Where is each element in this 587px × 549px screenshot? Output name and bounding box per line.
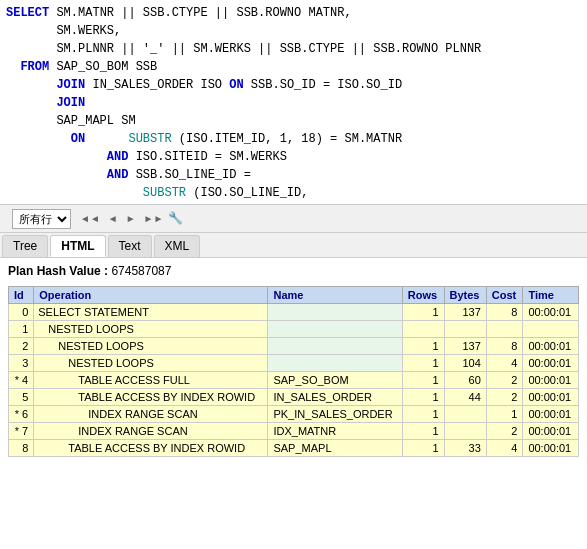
row-rows: 1 bbox=[402, 389, 444, 406]
row-id: 5 bbox=[9, 389, 34, 406]
col-bytes: Bytes bbox=[444, 287, 486, 304]
row-bytes bbox=[444, 406, 486, 423]
row-rows: 1 bbox=[402, 372, 444, 389]
sql-token: AND bbox=[107, 168, 129, 182]
sql-line: SELECT SM.MATNR || SSB.CTYPE || SSB.ROWN… bbox=[6, 4, 581, 22]
optimizer-select[interactable]: 所有行第一行 bbox=[12, 209, 71, 229]
sql-line: SAP_MAPL SM bbox=[6, 112, 581, 130]
col-rows: Rows bbox=[402, 287, 444, 304]
row-operation: NESTED LOOPS bbox=[34, 355, 268, 372]
row-operation: SELECT STATEMENT bbox=[34, 304, 268, 321]
sql-token: SUBSTR bbox=[128, 132, 171, 146]
row-time: 00:00:01 bbox=[523, 423, 579, 440]
col-operation: Operation bbox=[34, 287, 268, 304]
wrench-icon: 🔧 bbox=[168, 211, 183, 226]
row-id: * 6 bbox=[9, 406, 34, 423]
row-cost: 8 bbox=[486, 338, 523, 355]
row-name bbox=[268, 304, 402, 321]
col-name: Name bbox=[268, 287, 402, 304]
row-id: 0 bbox=[9, 304, 34, 321]
sql-line: SM.PLNNR || '_' || SM.WERKS || SSB.CTYPE… bbox=[6, 40, 581, 58]
row-cost: 4 bbox=[486, 440, 523, 457]
row-bytes: 33 bbox=[444, 440, 486, 457]
sql-token bbox=[85, 132, 128, 146]
sql-token: SAP_SO_BOM SSB bbox=[49, 60, 157, 74]
row-cost: 2 bbox=[486, 372, 523, 389]
sql-token bbox=[6, 168, 107, 182]
sql-token: SM.PLNNR || ' bbox=[6, 42, 150, 56]
tab-html[interactable]: HTML bbox=[50, 235, 105, 257]
table-row: 8TABLE ACCESS BY INDEX ROWIDSAP_MAPL1334… bbox=[9, 440, 579, 457]
row-cost: 1 bbox=[486, 406, 523, 423]
col-id: Id bbox=[9, 287, 34, 304]
sql-token: SM.MATNR || SSB.CTYPE || SSB.ROWNO MATNR… bbox=[49, 6, 351, 20]
col-cost: Cost bbox=[486, 287, 523, 304]
row-rows bbox=[402, 321, 444, 338]
row-bytes: 104 bbox=[444, 355, 486, 372]
row-time: 00:00:01 bbox=[523, 304, 579, 321]
plan-table: IdOperationNameRowsBytesCostTime 0SELECT… bbox=[8, 286, 579, 457]
nav-last[interactable]: ►► bbox=[141, 212, 167, 225]
sql-token: SELECT bbox=[6, 6, 49, 20]
plan-table-body: 0SELECT STATEMENT1137800:00:01 1NESTED L… bbox=[9, 304, 579, 457]
row-id: 8 bbox=[9, 440, 34, 457]
nav-next[interactable]: ► bbox=[123, 212, 139, 225]
tab-tree[interactable]: Tree bbox=[2, 235, 48, 257]
row-operation: INDEX RANGE SCAN bbox=[34, 423, 268, 440]
plan-hash-value: 674587087 bbox=[111, 264, 171, 278]
row-time: 00:00:01 bbox=[523, 355, 579, 372]
sql-token: SSB.SO_ID = ISO.SO_ID bbox=[244, 78, 402, 92]
table-row: 5TABLE ACCESS BY INDEX ROWIDIN_SALES_ORD… bbox=[9, 389, 579, 406]
sql-token: SAP_MAPL SM bbox=[6, 114, 136, 128]
row-name: IN_SALES_ORDER bbox=[268, 389, 402, 406]
row-bytes bbox=[444, 423, 486, 440]
plan-hash: Plan Hash Value : 674587087 bbox=[8, 264, 579, 278]
sql-token bbox=[6, 78, 56, 92]
sql-line: FROM SAP_SO_BOM SSB bbox=[6, 58, 581, 76]
sql-token: ISO.SITEID = SM.WERKS bbox=[128, 150, 286, 164]
row-rows: 1 bbox=[402, 406, 444, 423]
table-row: 1NESTED LOOPS bbox=[9, 321, 579, 338]
row-name: PK_IN_SALES_ORDER bbox=[268, 406, 402, 423]
row-id: * 7 bbox=[9, 423, 34, 440]
table-row: 3NESTED LOOPS1104400:00:01 bbox=[9, 355, 579, 372]
plan-table-header: IdOperationNameRowsBytesCostTime bbox=[9, 287, 579, 304]
sql-line: SUBSTR (ISO.SO_LINE_ID, bbox=[6, 184, 581, 202]
sql-token bbox=[6, 96, 56, 110]
table-row: 2NESTED LOOPS1137800:00:01 bbox=[9, 338, 579, 355]
table-row: * 4TABLE ACCESS FULLSAP_SO_BOM160200:00:… bbox=[9, 372, 579, 389]
sql-editor[interactable]: SELECT SM.MATNR || SSB.CTYPE || SSB.ROWN… bbox=[0, 0, 587, 205]
row-name bbox=[268, 321, 402, 338]
row-cost: 8 bbox=[486, 304, 523, 321]
sql-token: SSB.SO_LINE_ID = bbox=[128, 168, 250, 182]
row-name bbox=[268, 355, 402, 372]
nav-first[interactable]: ◄◄ bbox=[77, 212, 103, 225]
row-time: 00:00:01 bbox=[523, 406, 579, 423]
sql-token: (ISO.ITEM_ID, 1, 18) = SM.MATNR bbox=[172, 132, 402, 146]
row-rows: 1 bbox=[402, 423, 444, 440]
row-time: 00:00:01 bbox=[523, 389, 579, 406]
sql-token bbox=[6, 186, 143, 200]
row-name: SAP_MAPL bbox=[268, 440, 402, 457]
tab-text[interactable]: Text bbox=[108, 235, 152, 257]
sql-token: ON bbox=[229, 78, 243, 92]
tab-xml[interactable]: XML bbox=[154, 235, 201, 257]
plan-area: Plan Hash Value : 674587087 IdOperationN… bbox=[0, 258, 587, 463]
toolbar: 所有行第一行 ◄◄ ◄ ► ►► 🔧 bbox=[0, 205, 587, 233]
row-cost: 2 bbox=[486, 389, 523, 406]
col-time: Time bbox=[523, 287, 579, 304]
row-operation: TABLE ACCESS FULL bbox=[34, 372, 268, 389]
row-cost bbox=[486, 321, 523, 338]
sql-line: JOIN bbox=[6, 94, 581, 112]
header-row: IdOperationNameRowsBytesCostTime bbox=[9, 287, 579, 304]
sql-token bbox=[6, 60, 20, 74]
nav-prev[interactable]: ◄ bbox=[105, 212, 121, 225]
sql-token: ON bbox=[71, 132, 85, 146]
row-id: 1 bbox=[9, 321, 34, 338]
tab-bar: TreeHTMLTextXML bbox=[0, 233, 587, 258]
table-row: * 6INDEX RANGE SCANPK_IN_SALES_ORDER1100… bbox=[9, 406, 579, 423]
sql-token: ' || SM.WERKS || SSB.CTYPE || SSB.ROWNO … bbox=[157, 42, 481, 56]
row-bytes: 137 bbox=[444, 304, 486, 321]
row-operation: NESTED LOOPS bbox=[34, 321, 268, 338]
sql-token: JOIN bbox=[56, 96, 85, 110]
